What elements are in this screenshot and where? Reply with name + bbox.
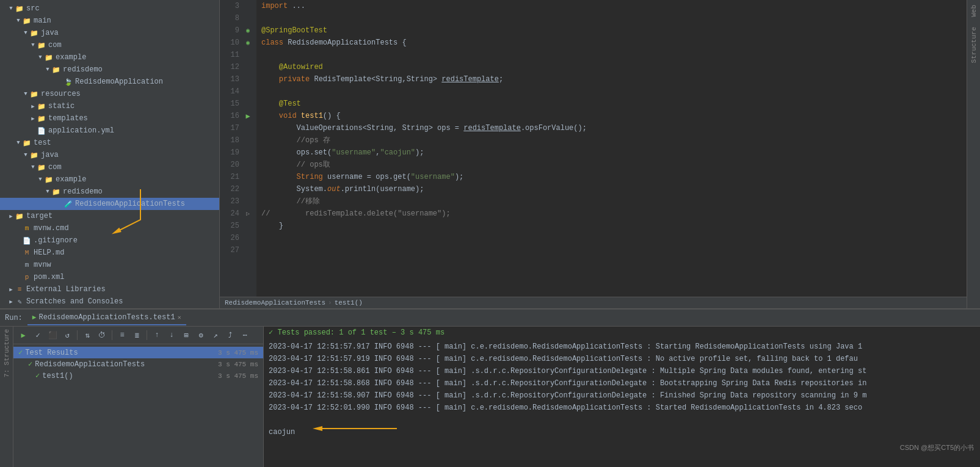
check-button[interactable]: ✓ [32,329,44,341]
str-username: "username" [332,147,376,159]
divider-2 [112,330,112,340]
tree-label-example2: example [56,175,86,184]
tree-item-gitignore[interactable]: ▶ 📄 .gitignore [0,234,219,247]
log-output-value: caojun [269,426,975,438]
tool-label-7[interactable]: 7: Structure [3,329,10,377]
tree-label-static: static [48,102,74,110]
test-pass-icon-class: ✓ [28,360,32,369]
tree-arrow-resources: ▼ [22,91,29,97]
filter-button[interactable]: ⊞ [180,329,192,341]
tree-label-extlibs: External Libraries [26,285,106,294]
tree-item-com[interactable]: ▼ 📁 com [0,39,219,51]
libs-icon: ≡ [15,284,24,294]
collapse-all-button[interactable]: ≣ [131,329,143,341]
code-container: 3 8 9 ◉ 10 ◉ 11 [220,0,967,297]
test-results-sidebar: ▶ ✓ ⬛ ↺ ⇅ ⏱ ≡ ≣ ↑ ↓ ⊞ ⚙ ↗ ⤴ ⋯ [13,327,264,467]
ann-test: @Test [279,98,301,110]
gutter-line-21: 21 [220,171,256,183]
gutter-line-18: 18 [220,134,256,147]
rerun-failed-button[interactable]: ↺ [61,329,73,341]
tree-item-mvnwcmd[interactable]: ▶ m mvnw.cmd [0,222,219,234]
bottom-panel: Run: ▶ RedisdemoApplicationTests.test1 ✕… [0,308,980,467]
right-tool-web[interactable]: Web [970,2,978,20]
code-line-17: ValueOperations<String, String> ops = re… [261,122,962,134]
breadcrumb-file[interactable]: RedisdemoApplicationTests [225,299,325,306]
tree-label-helpmd: HELP.md [34,248,64,257]
tree-item-extlibs[interactable]: ▶ ≡ External Libraries [0,283,219,295]
println: .println(username); [341,183,424,195]
export-all-button[interactable]: ⤴ [224,329,236,341]
tree-item-redisdemo2[interactable]: ▼ 📁 redisdemo [0,186,219,198]
line-num-12: 12 [220,63,242,71]
tree-item-mvnw[interactable]: ▶ m mvnw [0,259,219,271]
run-tab-test1[interactable]: ▶ RedisdemoApplicationTests.test1 ✕ [27,311,186,325]
run-tab-close[interactable]: ✕ [178,314,181,321]
breadcrumb-method[interactable]: test1() [335,299,363,306]
test-time-root: 3 s 475 ms [218,349,258,357]
gutter-run-icon-16[interactable]: ▶ [242,112,254,121]
comma-19: , [376,147,380,159]
right-tool-structure[interactable]: Structure [970,24,978,65]
next-fail-button[interactable]: ↓ [165,329,178,341]
gutter-line-16: 16 ▶ [220,110,256,122]
log-panel: ✓ Tests passed: 1 of 1 test – 3 s 475 ms… [264,327,980,467]
sort-alpha-button[interactable]: ⇅ [81,329,93,341]
tree-item-resources[interactable]: ▼ 📁 resources [0,88,219,100]
sort-duration-button[interactable]: ⏱ [96,329,108,341]
indent-22 [261,183,297,195]
tree-item-helpmd[interactable]: ▶ M HELP.md [0,247,219,259]
tree-item-main[interactable]: ▼ 📁 main [0,15,219,27]
indent-25 [261,220,279,232]
gutter-line-17: 17 [220,122,256,134]
tree-item-example[interactable]: ▼ 📁 example [0,51,219,63]
run-tab-label: RedisdemoApplicationTests.test1 [38,313,175,322]
tree-item-appyml[interactable]: ▶ 📄 application.yml [0,125,219,137]
indent-21 [261,171,297,183]
folder-icon-templates: 📁 [37,114,46,123]
gutter-line-19: 19 [220,147,256,159]
prev-fail-button[interactable]: ↑ [151,329,163,341]
folder-icon-com: 📁 [37,40,46,50]
tree-item-redisdemo[interactable]: ▼ 📁 redisdemo [0,63,219,76]
folder-icon-example2: 📁 [44,175,54,184]
test-toolbar: ▶ ✓ ⬛ ↺ ⇅ ⏱ ≡ ≣ ↑ ↓ ⊞ ⚙ ↗ ⤴ ⋯ [13,327,263,344]
line-num-18: 18 [220,136,242,145]
run-label: Run: [5,314,23,322]
tree-item-app[interactable]: ▶ 🍃 RedisdemoApplication [0,76,219,88]
close-19: ); [415,147,424,159]
tree-item-scratches[interactable]: ▶ ✎ Scratches and Consoles [0,295,219,308]
tree-label-resources: resources [41,90,81,98]
tree-item-com2[interactable]: ▼ 📁 com [0,161,219,173]
tree-label-redisdemo2: redisdemo [63,187,103,196]
configure-button[interactable]: ⋯ [239,329,251,341]
tree-item-templates[interactable]: ▶ 📁 templates [0,112,219,125]
expand-all-button[interactable]: ≡ [116,329,128,341]
tree-item-example2[interactable]: ▼ 📁 example [0,173,219,186]
tree-item-java[interactable]: ▼ 📁 java [0,27,219,39]
gutter-line-3: 3 [220,0,256,12]
kw-string: String [297,171,323,183]
kw-class: class [261,37,283,49]
ops-set: ops.set( [297,147,332,159]
gutter-line-27: 27 [220,244,256,256]
settings-button[interactable]: ⚙ [195,329,207,341]
export-button[interactable]: ↗ [209,329,222,341]
tree-arrow-src: ▼ [7,5,15,12]
line-num-14: 14 [220,87,242,96]
tree-item-pomxml[interactable]: ▶ p pom.xml [0,271,219,283]
tree-item-src[interactable]: ▼ 📁 src [0,2,219,15]
tree-item-test[interactable]: ▼ 📁 test [0,137,219,149]
tree-item-java2[interactable]: ▼ 📁 java [0,149,219,161]
cmt-23: //移除 [297,195,320,208]
test-result-root[interactable]: ✓ Test Results 3 s 475 ms [13,347,263,358]
tree-item-tests[interactable]: ▶ 🧪 RedisdemoApplicationTests [0,198,219,210]
test-result-class[interactable]: ✓ RedisdemoApplicationTests 3 s 475 ms [13,358,263,370]
stop-button[interactable]: ⬛ [46,329,59,341]
test-label-root: Test Results [25,349,78,357]
run-button[interactable]: ▶ [17,329,29,341]
code-editor[interactable]: import ... @SpringBootTest class Redisde… [256,0,967,297]
tree-item-static[interactable]: ▶ 📁 static [0,100,219,112]
tree-item-target[interactable]: ▶ 📁 target [0,210,219,222]
indent-16 [261,110,279,122]
test-result-method[interactable]: ✓ test1() 3 s 475 ms [13,370,263,382]
